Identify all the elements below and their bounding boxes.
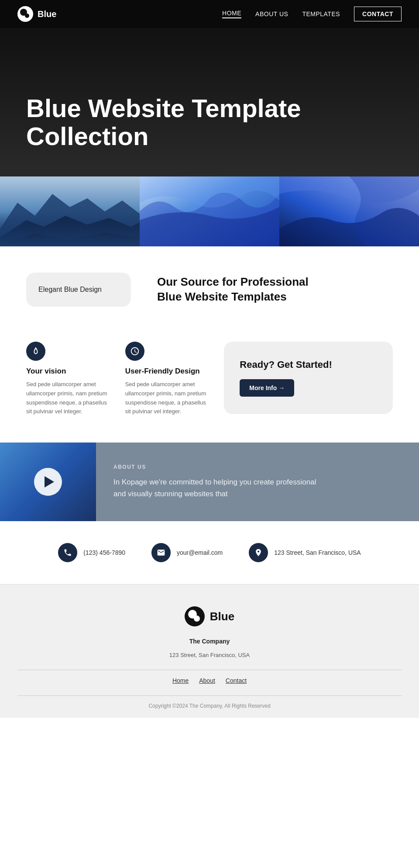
footer: Blue The Company 123 Street, San Francis… — [0, 584, 419, 718]
email-item: your@email.com — [151, 543, 223, 562]
email-icon-circle — [151, 543, 171, 562]
footer-copyright: Copyright ©2024 The Company, All Rights … — [17, 695, 402, 709]
footer-logo-icon — [185, 606, 205, 626]
svg-marker-5 — [0, 216, 140, 246]
footer-address: 123 Street, San Francisco, USA — [169, 652, 250, 658]
about-content: ABOUT US In Kopage we're committed to he… — [96, 443, 340, 521]
email-icon — [157, 548, 165, 557]
features-section: Elegant Blue Design Our Source for Profe… — [0, 246, 419, 324]
cta-title: Ready? Get Started! — [240, 359, 377, 370]
clock-icon-container — [125, 342, 144, 361]
location-icon — [254, 548, 263, 557]
about-section: ABOUT US In Kopage we're committed to he… — [0, 443, 419, 521]
about-desc: In Kopage we're committed to helping you… — [113, 476, 323, 500]
feature-card-2: User-Friendly Design Sed pede ullamcorpe… — [125, 342, 211, 416]
logo-text: Blue — [38, 9, 56, 19]
contact-button[interactable]: CONTACT — [354, 7, 402, 21]
feature-card-1: Your vision Sed pede ullamcorper amet ul… — [26, 342, 112, 416]
hero-title: Blue Website Template Collection — [26, 94, 314, 150]
blue-smoke-image — [140, 176, 279, 246]
hero-section: Blue Website Template Collection — [0, 28, 419, 176]
location-icon-circle — [249, 543, 268, 562]
email-text: your@email.com — [177, 549, 223, 556]
feature-card-1-desc: Sed pede ullamcorper amet ullamcorper pr… — [26, 380, 112, 416]
clock-icon — [130, 346, 140, 356]
navbar: Blue HOME ABOUT US TEMPLATES CONTACT — [0, 0, 419, 28]
feature-card-1-title: Your vision — [26, 367, 112, 376]
footer-logo-text: Blue — [210, 610, 234, 623]
footer-nav-contact[interactable]: Contact — [226, 677, 247, 684]
phone-icon-circle — [58, 543, 77, 562]
address-text: 123 Street, San Francisco, USA — [274, 549, 361, 556]
about-video-thumbnail[interactable] — [0, 443, 96, 521]
logo-icon — [17, 6, 33, 22]
elegant-badge: Elegant Blue Design — [26, 273, 131, 307]
svg-point-2 — [25, 14, 29, 18]
svg-point-12 — [194, 616, 200, 622]
logo-area: Blue — [17, 6, 56, 22]
mountains-image — [0, 176, 140, 246]
phone-text: (123) 456-7890 — [83, 549, 125, 556]
svg-marker-6 — [0, 232, 140, 246]
footer-logo-area: Blue — [185, 606, 234, 626]
footer-nav: Home About Contact — [17, 670, 402, 684]
features-heading: Our Source for Professional Blue Website… — [157, 275, 314, 304]
address-item: 123 Street, San Francisco, USA — [249, 543, 361, 562]
phone-icon — [63, 548, 72, 557]
svg-rect-3 — [0, 176, 140, 246]
play-button[interactable] — [34, 468, 62, 496]
footer-nav-about[interactable]: About — [199, 677, 215, 684]
about-label: ABOUT US — [113, 464, 323, 470]
nav-templates[interactable]: TEMPLATES — [302, 10, 340, 17]
cards-section: Your vision Sed pede ullamcorper amet ul… — [0, 324, 419, 443]
cta-card: Ready? Get Started! More Info → — [224, 342, 393, 414]
nav-about[interactable]: ABOUT US — [255, 10, 288, 17]
footer-company: The Company — [189, 638, 230, 645]
phone-item: (123) 456-7890 — [58, 543, 125, 562]
rocket-icon — [31, 346, 41, 356]
rocket-icon-container — [26, 342, 45, 361]
image-strip — [0, 176, 419, 246]
more-info-button[interactable]: More Info → — [240, 379, 294, 397]
contact-info-section: (123) 456-7890 your@email.com 123 Street… — [0, 521, 419, 584]
svg-point-9 — [35, 354, 36, 355]
nav-links: HOME ABOUT US TEMPLATES CONTACT — [222, 7, 402, 21]
blue-smoke2-image — [279, 176, 419, 246]
nav-home[interactable]: HOME — [222, 10, 241, 18]
feature-card-2-title: User-Friendly Design — [125, 367, 211, 376]
feature-card-2-desc: Sed pede ullamcorper amet ullamcorper pr… — [125, 380, 211, 416]
footer-nav-home[interactable]: Home — [172, 677, 189, 684]
